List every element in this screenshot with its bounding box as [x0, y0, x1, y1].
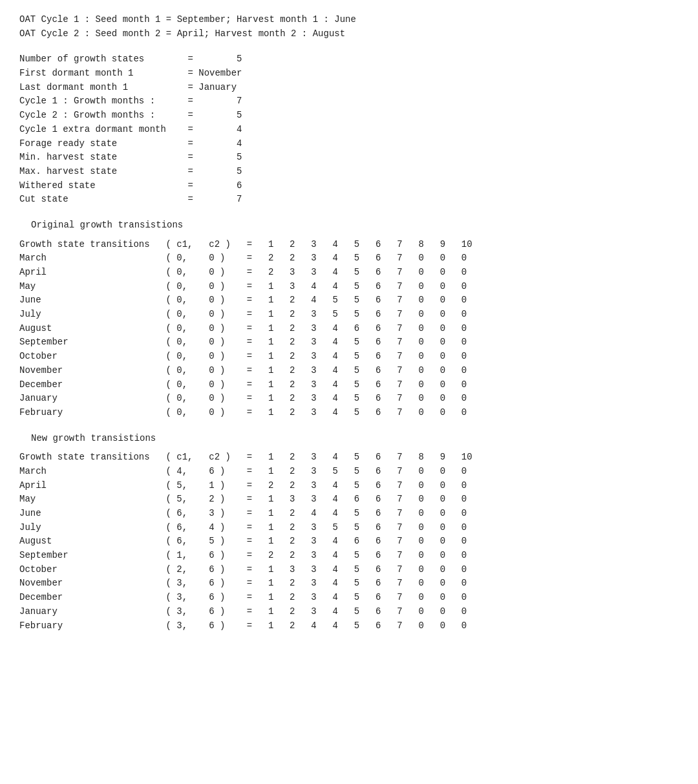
- table-cell: 0 ): [206, 350, 233, 364]
- table-cell: September: [19, 549, 163, 563]
- table-cell: =: [233, 605, 255, 619]
- table-cell: =: [233, 364, 255, 378]
- table-cell: 2: [276, 619, 297, 633]
- table-cell: c2 ): [206, 450, 233, 465]
- table-cell: 4: [298, 507, 319, 521]
- table-cell: =: [233, 479, 255, 493]
- new-growth-title: New growth transistions: [19, 432, 679, 446]
- table-cell: 0: [427, 251, 448, 266]
- table-cell: 1: [255, 507, 276, 521]
- table-cell: =: [233, 293, 255, 308]
- table-cell: 2: [276, 591, 297, 605]
- table-cell: 0: [448, 507, 475, 521]
- table-cell: 6: [362, 549, 383, 563]
- table-cell: 3: [298, 364, 319, 378]
- table-cell: 1: [255, 238, 276, 252]
- table-cell: 6: [362, 308, 383, 322]
- table-cell: 4: [319, 493, 341, 507]
- table-cell: 3: [298, 266, 319, 280]
- table-cell: =: [233, 322, 255, 336]
- table-cell: April: [19, 479, 163, 493]
- table-cell: =: [233, 507, 255, 521]
- table-cell: 7: [383, 293, 405, 308]
- table-cell: 0: [405, 308, 427, 322]
- table-cell: 0: [448, 280, 475, 294]
- header-section: OAT Cycle 1 : Seed month 1 = September; …: [19, 13, 679, 41]
- table-cell: 0: [405, 322, 427, 336]
- table-cell: 3: [298, 450, 319, 465]
- table-cell: 2: [276, 251, 297, 266]
- table-cell: =: [233, 591, 255, 605]
- table-cell: 0: [448, 350, 475, 364]
- table-cell: 6: [362, 322, 383, 336]
- table-cell: 0: [448, 364, 475, 378]
- table-cell: July: [19, 308, 163, 322]
- table-cell: 7: [383, 591, 405, 605]
- table-cell: 2: [276, 392, 297, 406]
- table-cell: 0: [448, 251, 475, 266]
- table-cell: 3: [298, 521, 319, 535]
- table-cell: 3: [298, 605, 319, 619]
- table-cell: 0 ): [206, 293, 233, 308]
- table-cell: 0 ): [206, 406, 233, 420]
- table-cell: =: [233, 493, 255, 507]
- table-cell: 1: [255, 280, 276, 294]
- table-cell: 0: [405, 591, 427, 605]
- table-cell: 7: [383, 335, 405, 350]
- table-cell: 0: [448, 335, 475, 350]
- table-cell: 5: [341, 392, 362, 406]
- table-cell: 6: [362, 280, 383, 294]
- table-cell: November: [19, 364, 163, 378]
- table-cell: =: [233, 251, 255, 266]
- table-cell: 6 ): [206, 619, 233, 633]
- table-cell: 0: [405, 521, 427, 535]
- param-row: Cycle 1 extra dormant month = 4: [19, 123, 679, 137]
- table-cell: 7: [383, 521, 405, 535]
- table-cell: 1: [255, 406, 276, 420]
- table-cell: 5: [341, 378, 362, 392]
- table-cell: 0: [427, 293, 448, 308]
- table-cell: 3: [298, 392, 319, 406]
- table-cell: 4: [319, 535, 341, 549]
- table-cell: 5: [341, 364, 362, 378]
- table-cell: 3: [298, 308, 319, 322]
- table-cell: July: [19, 521, 163, 535]
- table-cell: 4: [319, 238, 341, 252]
- table-row: September ( 0, 0 ) = 1 2 3 4 5 6 7 0 0 0: [19, 335, 475, 350]
- table-cell: 1: [255, 322, 276, 336]
- table-cell: 0: [405, 465, 427, 479]
- table-cell: 0 ): [206, 378, 233, 392]
- table-cell: =: [233, 335, 255, 350]
- table-cell: 5: [341, 335, 362, 350]
- table-cell: 6: [362, 350, 383, 364]
- table-cell: 0: [427, 308, 448, 322]
- table-cell: 7: [383, 364, 405, 378]
- table-cell: 6: [362, 521, 383, 535]
- table-cell: March: [19, 251, 163, 266]
- table-cell: 0: [405, 507, 427, 521]
- table-cell: September: [19, 335, 163, 350]
- table-row: January ( 3, 6 ) = 1 2 3 4 5 6 7 0 0 0: [19, 605, 475, 619]
- table-cell: 2: [276, 350, 297, 364]
- table-cell: 0 ): [206, 364, 233, 378]
- table-cell: 3: [298, 335, 319, 350]
- table-cell: 4: [319, 406, 341, 420]
- table-cell: 0: [405, 479, 427, 493]
- table-cell: =: [233, 563, 255, 577]
- transitions-table: Growth state transitions ( c1, c2 ) = 1 …: [19, 238, 475, 420]
- table-cell: ( 0,: [163, 406, 206, 420]
- table-cell: 7: [383, 479, 405, 493]
- table-cell: 0: [405, 563, 427, 577]
- table-cell: 3: [298, 238, 319, 252]
- table-cell: 7: [383, 322, 405, 336]
- table-cell: 10: [448, 238, 475, 252]
- table-cell: 0: [405, 392, 427, 406]
- table-cell: =: [233, 619, 255, 633]
- table-cell: 0 ): [206, 266, 233, 280]
- table-cell: ( 0,: [163, 335, 206, 350]
- table-cell: 3: [298, 563, 319, 577]
- table-cell: 3: [298, 350, 319, 364]
- table-row: September ( 1, 6 ) = 2 2 3 4 5 6 7 0 0 0: [19, 549, 475, 563]
- table-cell: 1: [255, 364, 276, 378]
- table-cell: 1: [255, 563, 276, 577]
